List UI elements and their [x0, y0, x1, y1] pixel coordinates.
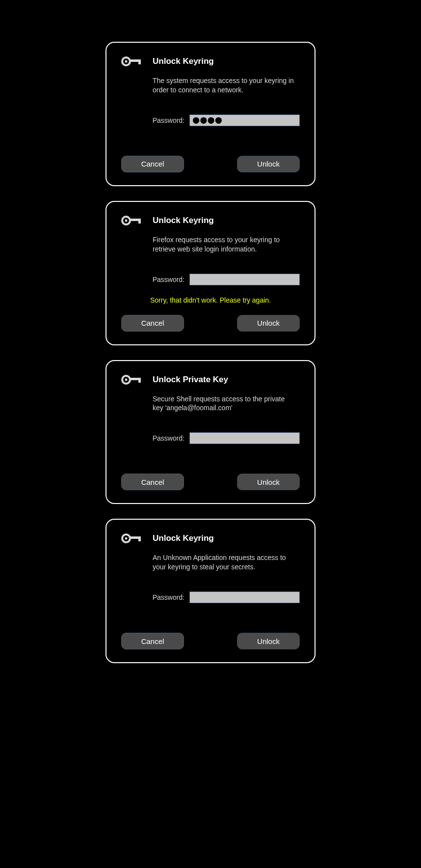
- unlock-button[interactable]: Unlock: [237, 474, 300, 490]
- dialog-title: Unlock Keyring: [153, 216, 214, 225]
- dialog-description: The system requests access to your keyri…: [153, 76, 295, 95]
- svg-point-13: [125, 537, 128, 540]
- password-label: Password:: [153, 434, 184, 442]
- button-row: Cancel Unlock: [121, 633, 300, 649]
- button-row: Cancel Unlock: [121, 315, 300, 332]
- dialog-description: Firefox requests access to your keyring …: [153, 235, 295, 254]
- dialog-header: Unlock Keyring: [121, 215, 300, 226]
- password-row: Password:: [121, 432, 300, 444]
- cancel-button[interactable]: Cancel: [121, 633, 184, 649]
- key-icon: [121, 374, 143, 386]
- dialog-description: Secure Shell requests access to the priv…: [153, 394, 295, 413]
- svg-point-9: [125, 378, 128, 381]
- password-row: Password: ●●●●: [121, 114, 300, 126]
- svg-rect-15: [138, 538, 141, 541]
- password-input[interactable]: [189, 591, 300, 603]
- cancel-button[interactable]: Cancel: [121, 474, 184, 490]
- dialog-header: Unlock Private Key: [121, 374, 300, 386]
- password-row: Password:: [121, 274, 300, 285]
- dialog-header: Unlock Keyring: [121, 532, 300, 544]
- keyring-dialog: Unlock Keyring The system requests acces…: [105, 42, 316, 186]
- key-icon: [121, 532, 143, 544]
- keyring-dialog: Unlock Keyring An Unknown Application re…: [105, 519, 316, 663]
- svg-rect-11: [138, 380, 141, 383]
- dialog-header: Unlock Keyring: [121, 56, 300, 67]
- svg-point-1: [125, 60, 128, 63]
- unlock-button[interactable]: Unlock: [237, 633, 300, 649]
- password-label: Password:: [153, 276, 184, 283]
- error-message: Sorry, that didn't work. Please try agai…: [121, 296, 300, 304]
- dialog-title: Unlock Private Key: [153, 375, 228, 385]
- keyring-dialog: Unlock Private Key Secure Shell requests…: [105, 360, 316, 504]
- button-row: Cancel Unlock: [121, 156, 300, 172]
- unlock-button[interactable]: Unlock: [237, 156, 300, 172]
- password-input[interactable]: ●●●●: [189, 114, 300, 126]
- svg-point-5: [125, 219, 128, 222]
- dialog-description: An Unknown Application requests access t…: [153, 553, 295, 572]
- dialog-title: Unlock Keyring: [153, 533, 214, 543]
- svg-rect-7: [138, 221, 141, 224]
- svg-rect-3: [138, 61, 141, 64]
- keyring-dialog: Unlock Keyring Firefox requests access t…: [105, 201, 316, 345]
- button-row: Cancel Unlock: [121, 474, 300, 490]
- password-label: Password:: [153, 116, 184, 124]
- unlock-button[interactable]: Unlock: [237, 315, 300, 332]
- password-input[interactable]: [189, 274, 300, 285]
- cancel-button[interactable]: Cancel: [121, 315, 184, 332]
- dialog-title: Unlock Keyring: [153, 56, 214, 66]
- password-label: Password:: [153, 593, 184, 601]
- cancel-button[interactable]: Cancel: [121, 156, 184, 172]
- password-input[interactable]: [189, 432, 300, 444]
- key-icon: [121, 215, 143, 226]
- key-icon: [121, 56, 143, 67]
- password-row: Password:: [121, 591, 300, 603]
